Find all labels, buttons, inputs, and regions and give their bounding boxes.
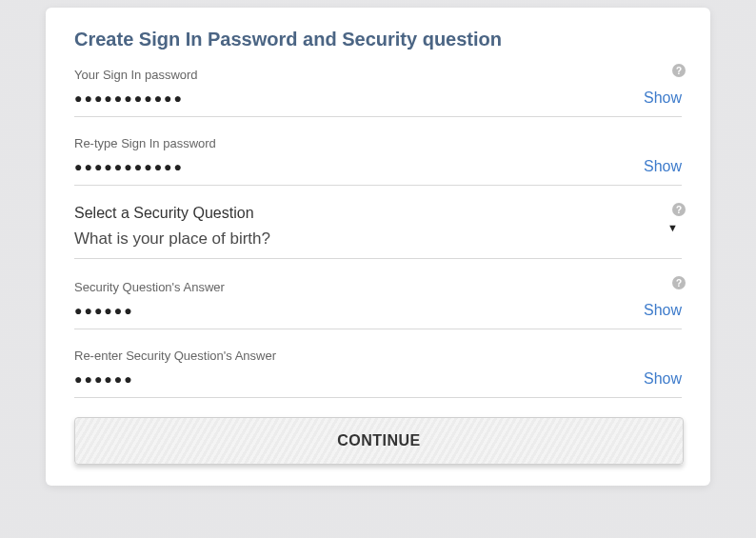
password-retype-label: Re-type Sign In password <box>74 136 682 150</box>
password-retype-field-group: Re-type Sign In password ●●●●●●●●●●● Sho… <box>74 136 682 186</box>
help-icon[interactable]: ? <box>672 64 686 77</box>
password-field-group: ? Your Sign In password ●●●●●●●●●●● Show <box>74 68 682 117</box>
security-answer-retype-show-toggle[interactable]: Show <box>644 370 682 388</box>
security-answer-show-toggle[interactable]: Show <box>644 302 682 319</box>
signup-card: Create Sign In Password and Security que… <box>46 8 710 486</box>
security-answer-field-group: ? Security Question's Answer ●●●●●● Show <box>74 280 682 329</box>
page-title: Create Sign In Password and Security que… <box>74 29 682 50</box>
password-retype-show-toggle[interactable]: Show <box>644 158 682 175</box>
password-label: Your Sign In password <box>74 68 682 82</box>
security-question-value: What is your place of birth? <box>74 229 682 249</box>
security-answer-retype-input[interactable]: ●●●●●● <box>74 369 682 389</box>
security-answer-label: Security Question's Answer <box>74 280 682 294</box>
security-question-select[interactable]: ? ▼ Select a Security Question What is y… <box>74 205 682 259</box>
security-answer-retype-label: Re-enter Security Question's Answer <box>74 349 682 363</box>
security-question-heading: Select a Security Question <box>74 205 682 222</box>
password-retype-input[interactable]: ●●●●●●●●●●● <box>74 156 682 177</box>
security-answer-input[interactable]: ●●●●●● <box>74 300 682 321</box>
continue-button[interactable]: CONTINUE <box>74 417 684 465</box>
help-icon[interactable]: ? <box>672 203 686 216</box>
security-answer-retype-field-group: Re-enter Security Question's Answer ●●●●… <box>74 349 682 398</box>
chevron-down-icon: ▼ <box>667 222 678 233</box>
help-icon[interactable]: ? <box>672 276 686 289</box>
password-input[interactable]: ●●●●●●●●●●● <box>74 88 682 109</box>
password-show-toggle[interactable]: Show <box>644 90 682 107</box>
